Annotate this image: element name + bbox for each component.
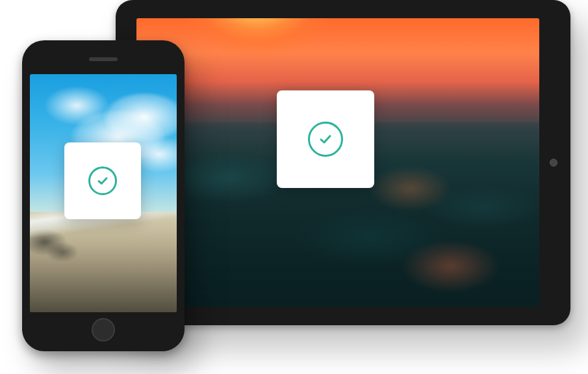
- phone-wallpaper-shore: [30, 212, 177, 312]
- phone-speaker: [89, 57, 118, 61]
- phone-home-button[interactable]: [92, 318, 115, 341]
- tablet-home-button[interactable]: [550, 159, 557, 167]
- check-circle-icon: [88, 167, 117, 195]
- check-icon: [96, 174, 110, 188]
- tablet-success-card: [277, 90, 374, 188]
- check-circle-icon: [308, 122, 343, 157]
- phone-success-card: [64, 142, 141, 219]
- check-icon: [317, 131, 334, 148]
